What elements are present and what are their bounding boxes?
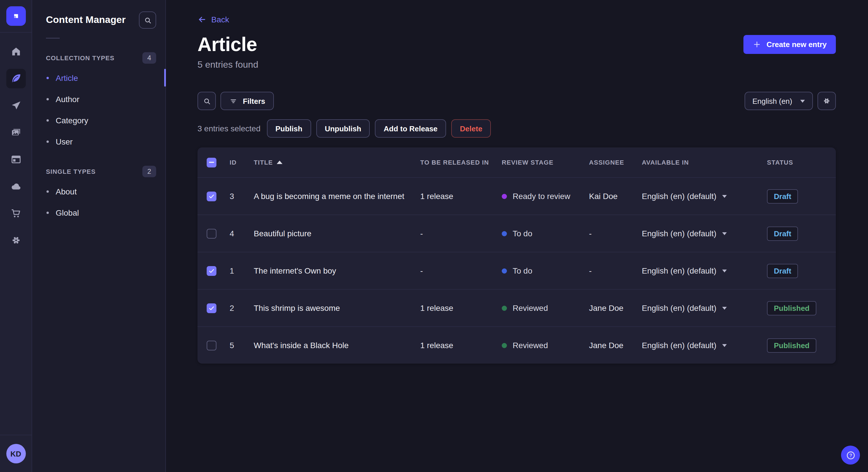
sidebar-item[interactable]: Article: [32, 67, 165, 88]
sidebar-item-label: Article: [56, 73, 78, 82]
home-icon[interactable]: [6, 42, 26, 61]
marketplace-icon[interactable]: [6, 204, 26, 223]
sidebar-item[interactable]: About: [32, 181, 165, 202]
unpublish-button[interactable]: Unpublish: [316, 119, 370, 138]
cloud-icon[interactable]: [6, 177, 26, 196]
release-dropdown[interactable]: 1 release: [420, 341, 502, 350]
bullet-icon: [46, 211, 49, 214]
column-header-status: STATUS: [767, 159, 827, 166]
cell-review-stage: Reviewed: [502, 303, 589, 312]
cell-assignee: Jane Doe: [589, 303, 642, 312]
sidebar-item[interactable]: Category: [32, 109, 165, 131]
user-avatar[interactable]: KD: [6, 444, 26, 463]
column-header-title-sort[interactable]: TITLE: [254, 159, 420, 166]
table-row[interactable]: 2 This shrimp is awesome 1 release Revie…: [197, 289, 836, 326]
table-row[interactable]: 1 The internet's Own boy - To do - Engli…: [197, 252, 836, 289]
filters-button[interactable]: Filters: [220, 92, 274, 110]
stage-dot-icon: [502, 194, 507, 199]
cell-id: 3: [229, 192, 254, 201]
status-badge: Draft: [767, 189, 798, 203]
app-window: KD Content Manager COLLECTION TYPES 4: [0, 0, 868, 472]
cell-assignee: Kai Doe: [589, 192, 642, 201]
arrow-left-icon: [197, 15, 207, 24]
svg-text:?: ?: [849, 452, 852, 458]
bullet-icon: [46, 140, 49, 142]
stage-dot-icon: [502, 305, 507, 310]
sidebar-search-icon[interactable]: [139, 11, 156, 29]
strapi-logo[interactable]: [6, 6, 26, 26]
content-manager-sidebar: Content Manager COLLECTION TYPES 4 Artic…: [32, 0, 166, 472]
section-count-badge: 2: [143, 166, 156, 177]
sidebar-item[interactable]: Author: [32, 88, 165, 109]
row-checkbox[interactable]: [207, 303, 216, 313]
release-dropdown[interactable]: -: [420, 266, 502, 275]
send-icon[interactable]: [6, 96, 26, 115]
sidebar-item-label: Global: [56, 208, 79, 217]
table-row[interactable]: 5 What's inside a Black Hole 1 release R…: [197, 326, 836, 364]
column-header-released: TO BE RELEASED IN: [420, 159, 502, 166]
sidebar-item[interactable]: Global: [32, 202, 165, 223]
rail-divider: [0, 435, 32, 435]
check-icon: [208, 193, 215, 199]
sidebar-divider: [46, 38, 60, 38]
main-content: Back Article Create new entry 5 entries …: [166, 0, 868, 472]
available-locales-dropdown[interactable]: English (en) (default): [642, 266, 767, 275]
section-count-badge: 4: [143, 52, 156, 64]
sidebar-item[interactable]: User: [32, 131, 165, 152]
search-icon[interactable]: [197, 92, 216, 110]
section-label: SINGLE TYPES: [46, 168, 96, 175]
row-checkbox[interactable]: [207, 340, 216, 350]
cell-review-stage: To do: [502, 229, 589, 238]
media-library-icon[interactable]: [6, 123, 26, 142]
stage-dot-icon: [502, 343, 507, 348]
sidebar-item-label: Author: [56, 94, 80, 103]
row-checkbox[interactable]: [207, 229, 216, 238]
status-badge: Published: [767, 301, 816, 315]
view-settings-icon[interactable]: [817, 92, 836, 110]
release-dropdown[interactable]: 1 release: [420, 303, 502, 312]
available-locales-dropdown[interactable]: English (en) (default): [642, 341, 767, 350]
available-locales-dropdown[interactable]: English (en) (default): [642, 192, 767, 201]
help-button[interactable]: ?: [841, 446, 860, 465]
column-header-stage: REVIEW STAGE: [502, 159, 589, 166]
cell-title: A bug is becoming a meme on the internet: [254, 192, 420, 201]
single-types-section: SINGLE TYPES 2 About Global: [32, 162, 165, 223]
bullet-icon: [46, 76, 49, 79]
cell-id: 2: [229, 303, 254, 312]
cell-title: What's inside a Black Hole: [254, 341, 420, 350]
entries-table: ID TITLE TO BE RELEASED IN REVIEW STAGE …: [197, 147, 836, 364]
create-new-entry-button[interactable]: Create new entry: [743, 35, 836, 54]
chevron-down-icon: [722, 269, 727, 272]
row-checkbox[interactable]: [207, 191, 216, 201]
column-header-assignee: ASSIGNEE: [589, 159, 642, 166]
cell-id: 4: [229, 229, 254, 238]
available-locales-dropdown[interactable]: English (en) (default): [642, 229, 767, 238]
cell-review-stage: Reviewed: [502, 341, 589, 350]
release-dropdown[interactable]: 1 release: [420, 192, 502, 201]
back-link[interactable]: Back: [197, 15, 229, 24]
cell-id: 1: [229, 266, 254, 275]
chevron-down-icon: [722, 232, 727, 235]
cell-title: Beautiful picture: [254, 229, 420, 238]
delete-button[interactable]: Delete: [451, 119, 491, 138]
row-checkbox[interactable]: [207, 266, 216, 276]
sort-asc-icon: [277, 161, 283, 164]
table-header-row: ID TITLE TO BE RELEASED IN REVIEW STAGE …: [197, 147, 836, 177]
publish-button[interactable]: Publish: [267, 119, 311, 138]
chevron-down-icon: [722, 195, 727, 198]
settings-icon[interactable]: [6, 231, 26, 250]
release-dropdown[interactable]: -: [420, 229, 502, 238]
content-manager-icon[interactable]: [6, 69, 26, 88]
help-icon: ?: [845, 450, 856, 460]
available-locales-dropdown[interactable]: English (en) (default): [642, 303, 767, 312]
stage-dot-icon: [502, 268, 507, 273]
content-type-builder-icon[interactable]: [6, 150, 26, 169]
add-to-release-button[interactable]: Add to Release: [375, 119, 446, 138]
select-all-checkbox[interactable]: [207, 158, 216, 167]
check-icon: [208, 305, 215, 311]
table-row[interactable]: 4 Beautiful picture - To do - English (e…: [197, 214, 836, 252]
locale-select[interactable]: English (en): [744, 92, 813, 110]
table-row[interactable]: 3 A bug is becoming a meme on the intern…: [197, 177, 836, 214]
check-icon: [208, 268, 215, 274]
column-header-id: ID: [229, 159, 254, 166]
